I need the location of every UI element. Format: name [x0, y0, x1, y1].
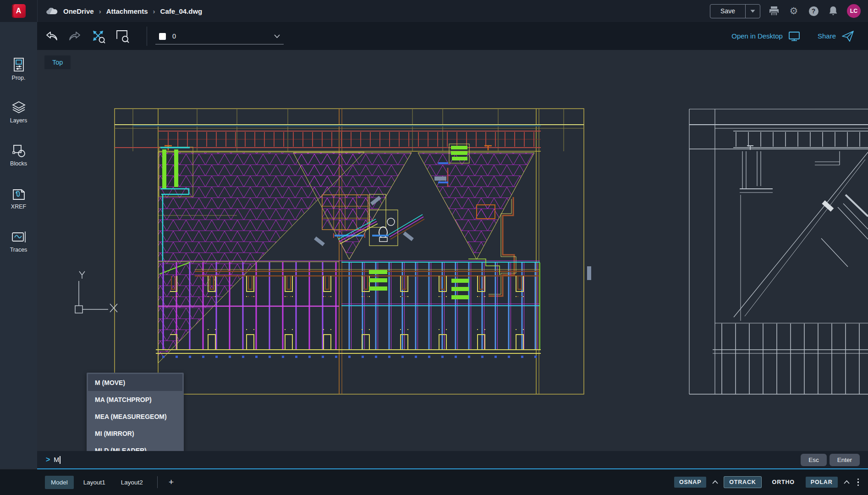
sidebar-item-traces[interactable]: Traces — [0, 222, 37, 261]
left-sidebar: Prop. Layers Blocks XREF — [0, 22, 37, 468]
desktop-monitor-icon — [788, 31, 800, 42]
command-suggestion[interactable]: MLD (MLEADER) — [87, 442, 184, 451]
save-split-button: Save — [710, 4, 760, 18]
zoom-window-icon[interactable] — [114, 28, 131, 44]
tabs-divider — [157, 476, 158, 488]
otrack-toggle[interactable]: OTRACK — [724, 477, 761, 488]
sidebar-item-blocks[interactable]: Blocks — [0, 136, 37, 175]
print-icon[interactable] — [768, 5, 780, 17]
app-logo-cell[interactable]: A — [0, 0, 38, 22]
blocks-icon — [11, 144, 26, 158]
secondary-floor-plan — [689, 109, 868, 394]
drafting-toggles: OSNAP OTRACK ORTHO POLAR — [674, 469, 861, 495]
command-line[interactable]: > M Esc Enter — [37, 451, 868, 468]
esc-button[interactable]: Esc — [801, 454, 827, 466]
sidebar-item-label: XREF — [11, 204, 26, 210]
notifications-bell-icon[interactable] — [827, 5, 839, 17]
xref-icon — [12, 187, 26, 201]
breadcrumb-root[interactable]: OneDrive — [63, 7, 94, 15]
onedrive-cloud-icon — [46, 7, 58, 15]
sidebar-item-label: Traces — [10, 247, 27, 253]
breadcrumb-filename: Cafe_04.dwg — [160, 7, 203, 15]
save-button[interactable]: Save — [710, 5, 745, 18]
polar-flyout-chevron-icon[interactable] — [844, 480, 850, 484]
sidebar-item-label: Prop. — [12, 75, 26, 81]
command-suggestion[interactable]: MI (MIRROR) — [87, 425, 184, 442]
layer-dropdown[interactable]: 0 — [155, 28, 284, 44]
overflow-menu-icon[interactable] — [856, 478, 861, 486]
main-floor-plan — [115, 109, 591, 394]
command-prompt-icon: > — [46, 456, 50, 464]
breadcrumb-folder[interactable]: Attachments — [106, 7, 148, 15]
breadcrumb: OneDrive › Attachments › Cafe_04.dwg — [46, 7, 202, 15]
properties-icon — [12, 57, 26, 72]
layer-name: 0 — [172, 33, 176, 40]
drawing-toolbar: 0 Open in Desktop Share — [37, 22, 868, 50]
redo-button[interactable] — [66, 28, 83, 44]
chevron-down-icon — [750, 10, 755, 13]
tab-layout1[interactable]: Layout1 — [77, 476, 111, 489]
breadcrumb-separator-icon: › — [99, 7, 101, 15]
enter-button[interactable]: Enter — [830, 454, 860, 466]
user-avatar[interactable]: LC — [847, 4, 861, 18]
command-suggestion[interactable]: MA (MATCHPROP) — [87, 391, 184, 408]
sidebar-item-label: Layers — [10, 117, 27, 124]
sidebar-item-label: Blocks — [10, 160, 27, 167]
osnap-flyout-chevron-icon[interactable] — [712, 480, 718, 484]
autocad-web-app: A OneDrive › Attachments › Cafe_04.dwg S… — [0, 0, 868, 495]
polar-toggle[interactable]: POLAR — [806, 477, 838, 488]
autocad-logo-icon[interactable]: A — [12, 4, 26, 18]
traces-icon — [11, 230, 27, 244]
settings-gear-icon[interactable]: ⚙ — [788, 5, 800, 17]
status-bar: Model Layout1 Layout2 + OSNAP OTRACK ORT… — [0, 469, 868, 495]
tab-model[interactable]: Model — [45, 476, 74, 489]
command-suggestion[interactable]: MEA (MEASUREGEOM) — [87, 408, 184, 425]
drawing-canvas[interactable]: Top — [37, 50, 868, 451]
share-plane-icon — [841, 30, 854, 42]
layer-color-swatch — [159, 33, 166, 40]
breadcrumb-separator-icon: › — [153, 7, 155, 15]
topbar-actions: Save ⚙ ? LC — [710, 4, 868, 18]
ortho-toggle[interactable]: ORTHO — [767, 477, 800, 488]
command-autocomplete-popup: M (MOVE) MA (MATCHPROP) MEA (MEASUREGEOM… — [87, 373, 184, 451]
view-cube-top-button[interactable]: Top — [44, 55, 71, 69]
layers-icon — [11, 101, 26, 115]
toolbar-right-actions: Open in Desktop Share — [731, 22, 854, 50]
chevron-down-icon — [274, 34, 280, 38]
add-layout-button[interactable]: + — [166, 477, 176, 487]
open-in-desktop-link[interactable]: Open in Desktop — [731, 32, 783, 40]
share-link[interactable]: Share — [818, 32, 836, 40]
tab-layout2[interactable]: Layout2 — [115, 476, 149, 489]
sidebar-item-properties[interactable]: Prop. — [0, 50, 37, 89]
ucs-icon — [75, 271, 117, 313]
sidebar-item-xref[interactable]: XREF — [0, 179, 37, 218]
sidebar-item-layers[interactable]: Layers — [0, 93, 37, 132]
top-bar: A OneDrive › Attachments › Cafe_04.dwg S… — [0, 0, 868, 22]
osnap-toggle[interactable]: OSNAP — [674, 477, 706, 488]
text-cursor — [60, 456, 60, 464]
undo-button[interactable] — [44, 28, 60, 44]
zoom-extents-icon[interactable] — [90, 28, 107, 44]
help-icon[interactable]: ? — [808, 5, 819, 17]
layout-tabs: Model Layout1 Layout2 + — [45, 469, 176, 495]
save-dropdown-button[interactable] — [745, 5, 760, 18]
command-suggestion[interactable]: M (MOVE) — [88, 374, 182, 391]
command-input[interactable]: M — [54, 456, 59, 463]
toolbar-divider — [147, 27, 147, 46]
